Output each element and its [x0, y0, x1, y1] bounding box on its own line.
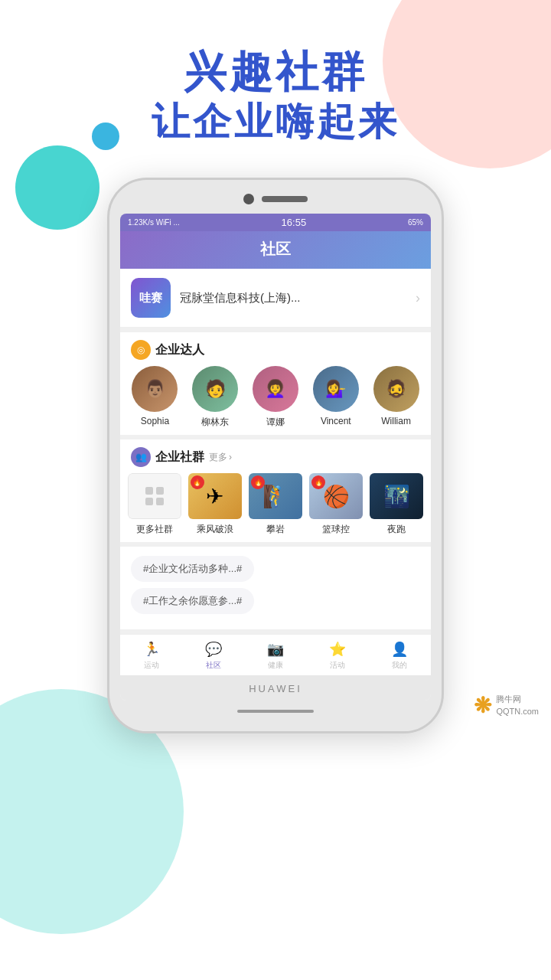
- app-header: 社区: [120, 231, 431, 269]
- sport-icon: 🏃: [143, 641, 160, 658]
- expert-avatar-sophia: 👨🏽: [132, 366, 178, 412]
- nav-label-activity: 活动: [330, 660, 345, 671]
- group-section-header: 👥 企业社群 更多 ›: [120, 447, 431, 473]
- header-title: 兴趣社群: [0, 46, 551, 97]
- expert-section-header: ◎ 企业达人: [120, 340, 431, 366]
- expert-name-4: Vincent: [321, 416, 351, 426]
- health-icon: 📷: [267, 641, 284, 658]
- group-more-label: 更多: [209, 451, 227, 464]
- expert-avatar-4: 💁‍♀️: [313, 366, 359, 412]
- status-time: 16:55: [282, 217, 307, 228]
- expert-icon: ◎: [131, 340, 151, 360]
- status-right: 65%: [408, 218, 423, 227]
- speaker-bar: [262, 196, 308, 202]
- phone-frame: 1.23K/s WiFi ... 16:55 65% 社区 哇赛 冠脉堂信息科技…: [107, 178, 444, 733]
- bottom-nav: 🏃 运动 💬 社区 📷 健康 ⭐ 活动: [120, 634, 431, 675]
- watermark-logo: ❋: [474, 693, 491, 718]
- more-groups-icon: [145, 487, 164, 505]
- expert-name-2: 柳林东: [201, 416, 229, 429]
- community-logo: 哇赛: [131, 278, 171, 318]
- mine-icon: 👤: [391, 641, 408, 658]
- expert-avatar-2: 🧑: [192, 366, 238, 412]
- community-arrow-icon: ›: [416, 290, 420, 306]
- group-section: 👥 企业社群 更多 ›: [120, 439, 431, 542]
- phone-wrapper: 1.23K/s WiFi ... 16:55 65% 社区 哇赛 冠脉堂信息科技…: [0, 178, 551, 733]
- expert-section: ◎ 企业达人 👨🏽 Sophia: [120, 332, 431, 435]
- group-name-night: 夜跑: [387, 523, 406, 536]
- experts-row: 👨🏽 Sophia 🧑 柳林东: [120, 366, 431, 429]
- group-item-more[interactable]: 更多社群: [126, 473, 182, 536]
- watermark-text: 腾牛网 QQTN.com: [496, 694, 539, 717]
- nav-item-community[interactable]: 💬 社区: [191, 641, 236, 671]
- watermark: ❋ 腾牛网 QQTN.com: [474, 693, 539, 718]
- phone-bottom-bar: [120, 701, 431, 720]
- group-name-basket: 篮球控: [322, 523, 350, 536]
- group-more-link[interactable]: 更多 ›: [209, 451, 232, 464]
- group-thumb-rock: 🔥 🧗: [249, 473, 302, 519]
- group-thumb-plane: 🔥 ✈: [188, 473, 242, 519]
- group-name-more: 更多社群: [136, 523, 173, 536]
- community-name: 冠脉堂信息科技(上海)...: [180, 291, 416, 305]
- camera-dot: [243, 194, 254, 204]
- tag-2[interactable]: #工作之余你愿意参...#: [131, 588, 254, 614]
- group-more-arrow-icon: ›: [229, 452, 232, 462]
- nav-item-mine[interactable]: 👤 我的: [377, 641, 422, 671]
- expert-name-5: William: [381, 416, 411, 426]
- tag-1[interactable]: #企业文化活动多种...#: [131, 556, 254, 582]
- nav-item-activity[interactable]: ⭐ 活动: [315, 641, 360, 671]
- header-subtitle: 让企业嗨起来: [0, 97, 551, 147]
- nav-label-health: 健康: [268, 660, 283, 671]
- phone-screen: 1.23K/s WiFi ... 16:55 65% 社区 哇赛 冠脉堂信息科技…: [120, 214, 431, 701]
- group-item-night[interactable]: 🌃 夜跑: [369, 473, 425, 536]
- expert-avatar-5: 🧔: [373, 366, 419, 412]
- expert-title: 企业达人: [155, 342, 204, 358]
- expert-item-5[interactable]: 🧔 William: [367, 366, 425, 429]
- group-thumb-night: 🌃: [370, 473, 423, 519]
- expert-item-sophia[interactable]: 👨🏽 Sophia: [126, 366, 184, 429]
- hot-badge-plane: 🔥: [191, 475, 204, 489]
- expert-item-3[interactable]: 👩‍🦱 谭娜: [247, 366, 305, 429]
- group-name-plane: 乘风破浪: [197, 523, 233, 536]
- expert-name-sophia: Sophia: [141, 416, 169, 426]
- expert-item-4[interactable]: 💁‍♀️ Vincent: [307, 366, 364, 429]
- group-item-rock[interactable]: 🔥 🧗 攀岩: [247, 473, 303, 536]
- phone-notch: [120, 191, 431, 207]
- group-item-plane[interactable]: 🔥 ✈ 乘风破浪: [187, 473, 243, 536]
- nav-label-mine: 我的: [392, 660, 407, 671]
- community-card[interactable]: 哇赛 冠脉堂信息科技(上海)... ›: [120, 269, 431, 328]
- group-item-basket[interactable]: 🔥 🏀 篮球控: [308, 473, 364, 536]
- expert-avatar-3: 👩‍🦱: [253, 366, 298, 412]
- phone-brand: HUAWEI: [120, 675, 431, 701]
- group-name-rock: 攀岩: [266, 523, 285, 536]
- expert-name-3: 谭娜: [266, 416, 285, 429]
- home-indicator: [237, 710, 314, 713]
- expert-item-2[interactable]: 🧑 柳林东: [187, 366, 244, 429]
- activity-icon: ⭐: [329, 641, 346, 658]
- status-bar: 1.23K/s WiFi ... 16:55 65%: [120, 214, 431, 231]
- community-icon: 💬: [205, 641, 222, 658]
- group-thumb-basket: 🔥 🏀: [309, 473, 363, 519]
- nav-item-sport[interactable]: 🏃 运动: [129, 641, 174, 671]
- nav-label-sport: 运动: [144, 660, 159, 671]
- group-icon: 👥: [131, 447, 151, 467]
- tags-section: #企业文化活动多种...# #工作之余你愿意参...#: [120, 547, 431, 629]
- nav-item-health[interactable]: 📷 健康: [253, 641, 298, 671]
- nav-label-community: 社区: [206, 660, 221, 671]
- status-left: 1.23K/s WiFi ...: [128, 218, 180, 227]
- groups-row: 更多社群 🔥 ✈ 乘风破浪: [120, 473, 431, 536]
- group-title: 企业社群: [155, 449, 204, 466]
- header-section: 兴趣社群 让企业嗨起来: [0, 0, 551, 147]
- group-thumb-more: [128, 473, 181, 519]
